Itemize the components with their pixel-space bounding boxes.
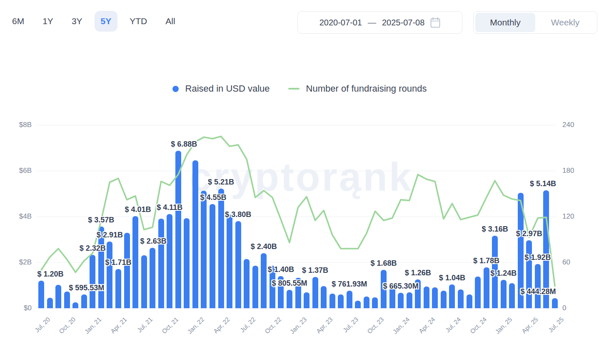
legend-item-raised[interactable]: Raised in USD value [172,83,270,94]
bar-value-label: $ 2.97B [516,229,542,238]
x-axis-tick: Apr, 22 [212,316,231,335]
x-axis-tick: Apr, 21 [109,316,128,335]
x-axis-tick: Jan, 25 [494,316,514,335]
bar-value-label: $ 3.16B [482,225,508,234]
calendar-icon[interactable] [430,17,440,28]
bar-jan-21[interactable] [90,255,95,308]
time-range-3y[interactable]: 3Y [65,11,89,32]
bar-mar-23[interactable] [312,277,318,308]
bar-aug-23[interactable] [355,301,361,308]
x-axis-tick: Apr, 24 [417,316,437,335]
bar-oct-21[interactable] [167,214,172,308]
bar-apr-23[interactable] [321,286,327,308]
granularity-monthly[interactable]: Monthly [475,13,535,32]
bar-may-23[interactable] [329,294,335,308]
gridline [37,125,556,125]
bar-feb-23[interactable] [304,292,309,308]
time-range-1y[interactable]: 1Y [36,11,60,32]
bar-oct-24[interactable] [475,277,481,308]
bar-dec-22[interactable] [287,290,292,308]
bar-jan-25[interactable] [501,280,507,308]
date-range-picker[interactable]: 2020-07-01 — 2025-07-08 [297,11,462,34]
x-axis-tick: Jan, 24 [391,316,411,335]
bar-value-label: $ 665.30M [383,282,419,291]
legend-rounds-label: Number of fundraising rounds [306,83,427,94]
bar-jul-22[interactable] [244,259,250,308]
bar-nov-20[interactable] [72,302,78,308]
bar-sep-20[interactable] [55,285,61,308]
fundraising-chart-page: 6M1Y3Y5YYTDAll 2020-07-01 — 2025-07-08 M… [0,0,599,364]
legend-item-rounds[interactable]: Number of fundraising rounds [288,83,427,94]
x-axis-tick: Oct, 24 [469,316,488,335]
bar-feb-25[interactable] [509,283,515,309]
bar-apr-22[interactable] [218,189,224,308]
bar-nov-21[interactable] [175,151,181,308]
bar-aug-21[interactable] [150,248,155,308]
date-to: 2025-07-08 [382,18,424,27]
bar-value-label: $ 5.14B [530,180,556,188]
bar-apr-25[interactable] [526,240,532,308]
legend-raised-label: Raised in USD value [185,83,270,94]
bar-jun-21[interactable] [132,216,138,308]
bar-jul-21[interactable] [141,255,147,308]
bar-value-label: $ 4.55B [200,193,226,202]
x-axis-tick: Jul, 20 [33,316,51,334]
time-range-all[interactable]: All [159,11,181,32]
bar-jan-22[interactable] [192,160,198,308]
bar-jul-25[interactable] [552,298,558,308]
bar-jul-23[interactable] [347,291,352,308]
bar-value-label: $ 1.04B [439,274,465,282]
bar-aug-22[interactable] [252,266,258,308]
bar-feb-24[interactable] [407,292,412,309]
bar-value-label: $ 805.55M [272,279,307,288]
bar-jul-24[interactable] [449,284,455,308]
bar-mar-21[interactable] [107,242,112,308]
chart-legend: Raised in USD value Number of fundraisin… [0,83,599,94]
bar-jun-22[interactable] [235,221,241,308]
bar-value-label: $ 4.11B [157,203,182,212]
bar-sep-21[interactable] [158,219,164,308]
bar-aug-24[interactable] [458,289,464,308]
granularity-weekly[interactable]: Weekly [535,13,595,32]
bar-oct-20[interactable] [64,292,70,308]
x-axis-tick: Jul, 22 [239,316,257,334]
bar-value-label: $ 1.26B [405,269,431,277]
y-axis-right-tick: 60 [562,258,587,267]
time-range-6m[interactable]: 6M [6,11,30,32]
bar-jun-24[interactable] [441,291,447,308]
x-axis-tick: Oct, 23 [366,316,385,335]
bar-jun-23[interactable] [338,294,344,308]
bar-may-22[interactable] [227,214,232,308]
bar-apr-21[interactable] [115,269,121,308]
rounds-series-dash-icon [288,88,300,90]
bar-nov-24[interactable] [484,267,489,308]
bar-value-label: $ 1.68B [370,259,397,268]
bar-oct-23[interactable] [372,297,378,308]
bar-mar-22[interactable] [210,204,215,308]
bar-jul-20[interactable] [38,281,44,308]
bar-value-label: $ 3.80B [225,210,251,219]
bar-aug-20[interactable] [47,298,53,308]
bar-sep-23[interactable] [364,297,369,308]
bar-may-24[interactable] [432,287,438,308]
bar-dec-20[interactable] [81,294,87,308]
time-range-ytd[interactable]: YTD [123,11,153,32]
y-axis-left-tick: $2B [7,258,32,267]
time-range-5y[interactable]: 5Y [95,11,118,32]
raised-series-dot-icon [172,86,179,92]
bar-value-label: $ 6.88B [171,140,197,149]
bar-may-25[interactable] [535,264,541,308]
bar-sep-22[interactable] [261,253,267,308]
bar-may-21[interactable] [124,233,130,308]
bar-sep-24[interactable] [467,294,472,308]
bar-apr-24[interactable] [424,287,429,308]
bar-value-label: $ 3.57B [88,216,114,224]
bar-value-label: $ 761.93M [332,280,367,289]
bar-feb-22[interactable] [201,191,207,308]
bar-dec-21[interactable] [184,218,190,308]
bar-value-label: $ 1.40B [268,265,294,274]
bar-jan-24[interactable] [398,293,404,308]
date-from: 2020-07-01 [319,18,362,27]
bar-value-label: $ 1.24B [490,269,517,278]
bar-value-label: $ 2.32B [80,244,106,253]
